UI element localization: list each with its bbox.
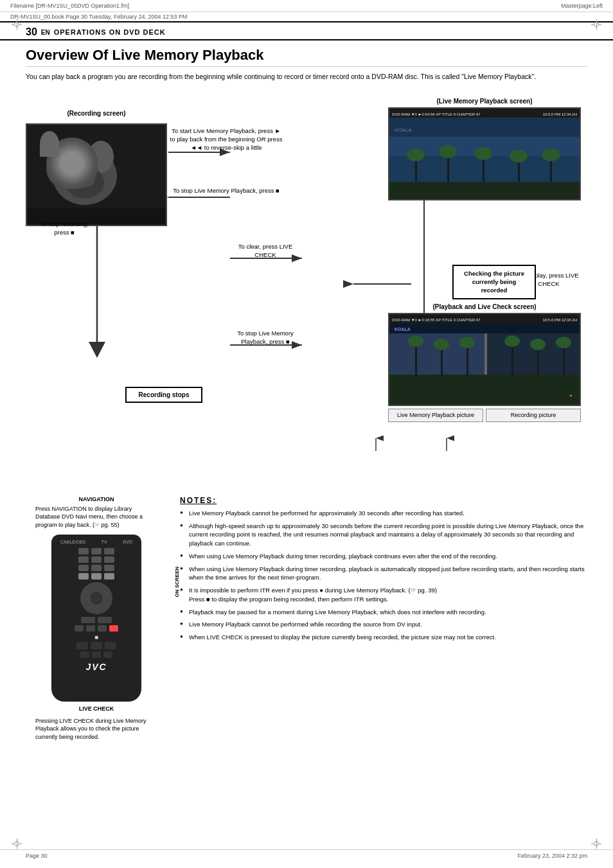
remote-bottom-row[interactable] bbox=[57, 651, 136, 658]
svg-point-19 bbox=[66, 166, 104, 199]
header-subbar: DR-MV1SU_00.book Page 30 Tuesday, Februa… bbox=[0, 12, 613, 22]
remote-transport-row[interactable] bbox=[57, 617, 136, 623]
remote-body: CABLE/DBS TV DVD bbox=[51, 535, 141, 702]
remote-rewind-btn[interactable] bbox=[81, 617, 95, 623]
live-check-btn-1[interactable] bbox=[76, 642, 88, 650]
page-header: 30 EN OPERATIONS ON DVD DECK bbox=[0, 22, 613, 40]
remote-play-row[interactable] bbox=[57, 625, 136, 632]
note-item-7: Live Memory Playback cannot be performed… bbox=[180, 620, 587, 629]
svg-point-18 bbox=[88, 141, 114, 173]
remote-livecheck-row[interactable] bbox=[57, 642, 136, 650]
remote-stop-symbol: ■ bbox=[57, 633, 136, 641]
remote-btn-1[interactable] bbox=[78, 548, 89, 554]
remote-nav-ring[interactable] bbox=[80, 582, 112, 614]
note-item-2: Although high-speed search up to approxi… bbox=[180, 522, 587, 548]
recording-screen-image bbox=[26, 123, 167, 226]
note-item-4: When using Live Memory Playback during t… bbox=[180, 565, 587, 583]
live-check-btn-2[interactable] bbox=[91, 642, 102, 650]
jvc-logo: JVC bbox=[57, 662, 136, 672]
svg-rect-38 bbox=[389, 182, 580, 199]
tv-info-2: DVD-RAM ▼0 ►0:16:55 XP TITLE 0 CHAPTER 6… bbox=[392, 318, 481, 322]
notes-title: NOTES: bbox=[180, 496, 587, 505]
recording-stops-box: Recording stops bbox=[125, 387, 202, 403]
svg-point-55 bbox=[504, 335, 520, 347]
tv-time-2: 10:5.0 PM 12:34.2H bbox=[543, 318, 577, 322]
remote-row-4[interactable] bbox=[57, 573, 136, 580]
remote-btn-5[interactable] bbox=[91, 556, 102, 563]
recording-screen-label: (Recording screen) bbox=[26, 109, 167, 117]
svg-point-35 bbox=[510, 150, 528, 163]
svg-point-22 bbox=[86, 166, 94, 175]
remote-row-3[interactable] bbox=[57, 565, 136, 571]
remote-btn-4[interactable] bbox=[78, 556, 89, 563]
remote-container: NAVIGATION Press NAVIGATION to display L… bbox=[35, 496, 157, 741]
dvd-label: DVD bbox=[123, 540, 132, 544]
remote-btn-3[interactable] bbox=[104, 548, 114, 554]
remote-pause-btn[interactable] bbox=[86, 625, 95, 632]
note-item-3: When using Live Memory Playback during t… bbox=[180, 552, 587, 561]
live-check-btn-3[interactable] bbox=[105, 642, 116, 650]
section-title: OPERATIONS ON DVD DECK bbox=[54, 28, 166, 36]
notes-section: NOTES: Live Memory Playback cannot be pe… bbox=[180, 496, 587, 741]
remote-rec-btn[interactable] bbox=[109, 625, 118, 632]
live-memory-screen: (Live Memory Playback screen) DVD-RAM ▼0… bbox=[388, 98, 581, 200]
article-title: Overview Of Live Memory Playback bbox=[26, 47, 587, 67]
svg-point-37 bbox=[542, 148, 560, 161]
svg-rect-58 bbox=[563, 344, 565, 378]
live-screen-label: (Live Memory Playback screen) bbox=[388, 98, 581, 105]
svg-point-51 bbox=[459, 337, 475, 348]
svg-text:KOALA: KOALA bbox=[395, 327, 411, 332]
main-content: Overview Of Live Memory Playback You can… bbox=[0, 40, 613, 754]
notes-list: Live Memory Playback cannot be performed… bbox=[180, 509, 587, 642]
page-en-label: EN bbox=[41, 29, 50, 36]
playback-screen-label: (Playback and Live Check screen) bbox=[388, 303, 581, 310]
remote-btn-9[interactable] bbox=[104, 565, 114, 571]
header-filename: Filename [DR-MV1SU_05DVD Operation1.fm] bbox=[10, 3, 129, 9]
remote-top-area: CABLE/DBS TV DVD bbox=[57, 540, 136, 544]
remote-btn-7[interactable] bbox=[78, 565, 89, 571]
remote-btn-11[interactable] bbox=[91, 573, 102, 580]
start-live-text: To start Live Memory Playback, press ► t… bbox=[168, 127, 284, 152]
remote-btn-12[interactable] bbox=[104, 573, 114, 580]
lmp-picture-label: Live Memory Playback picture bbox=[388, 409, 483, 423]
stop-recording-text: To stop recording, press ■ bbox=[32, 220, 96, 237]
note-item-6: Playback may be paused for a moment duri… bbox=[180, 608, 587, 617]
svg-rect-50 bbox=[466, 344, 468, 378]
svg-point-47 bbox=[408, 335, 423, 347]
playback-live-check-screen: (Playback and Live Check screen) DVD-RAM… bbox=[388, 303, 581, 423]
remote-stop-btn[interactable] bbox=[98, 625, 107, 632]
remote-btn-2[interactable] bbox=[91, 548, 102, 554]
page-number: 30 bbox=[26, 26, 37, 38]
svg-point-57 bbox=[530, 339, 546, 350]
diagram-area: (Recording screen) To bbox=[26, 91, 587, 490]
stop-live-2-text: To stop Live Memory Playback, press ■ bbox=[230, 329, 301, 346]
recording-picture-label: Recording picture bbox=[486, 409, 581, 423]
cable-label: CABLE/DBS bbox=[60, 540, 85, 544]
navigation-label: NAVIGATION bbox=[35, 496, 157, 502]
header-bar: Filename [DR-MV1SU_05DVD Operation1.fm] … bbox=[0, 0, 613, 12]
footer-page-label: Page 30 bbox=[26, 853, 48, 859]
on-screen-label: ON SCREEN bbox=[174, 567, 180, 598]
remote-btn-8[interactable] bbox=[91, 565, 102, 571]
remote-bottom-btn-2[interactable] bbox=[92, 651, 101, 658]
svg-marker-7 bbox=[89, 342, 105, 358]
tv-label: TV bbox=[102, 540, 107, 544]
stop-live-1-text: To stop Live Memory Playback, press ■ bbox=[168, 186, 284, 195]
remote-ffwd-btn[interactable] bbox=[98, 617, 112, 623]
remote-bottom-btn-3[interactable] bbox=[103, 651, 112, 658]
remote-row-1[interactable] bbox=[57, 548, 136, 554]
header-subheader: DR-MV1SU_00.book Page 30 Tuesday, Februa… bbox=[10, 13, 188, 20]
remote-row-2[interactable] bbox=[57, 556, 136, 563]
note-item-1: Live Memory Playback cannot be performed… bbox=[180, 509, 587, 518]
svg-point-49 bbox=[434, 339, 449, 350]
clear-live-check-text: To clear, press LIVE CHECK bbox=[230, 242, 301, 260]
svg-rect-45 bbox=[389, 375, 486, 405]
remote-btn-10[interactable] bbox=[78, 573, 89, 580]
svg-rect-48 bbox=[441, 346, 443, 378]
remote-btn-6[interactable] bbox=[104, 556, 114, 563]
remote-play-btn[interactable] bbox=[75, 625, 84, 632]
remote-bottom-btn-1[interactable] bbox=[80, 651, 89, 658]
live-check-label: LIVE CHECK bbox=[35, 705, 157, 712]
remote-nav-center[interactable] bbox=[90, 592, 103, 605]
checking-picture-box: Checking the picture currently being rec… bbox=[452, 265, 536, 299]
